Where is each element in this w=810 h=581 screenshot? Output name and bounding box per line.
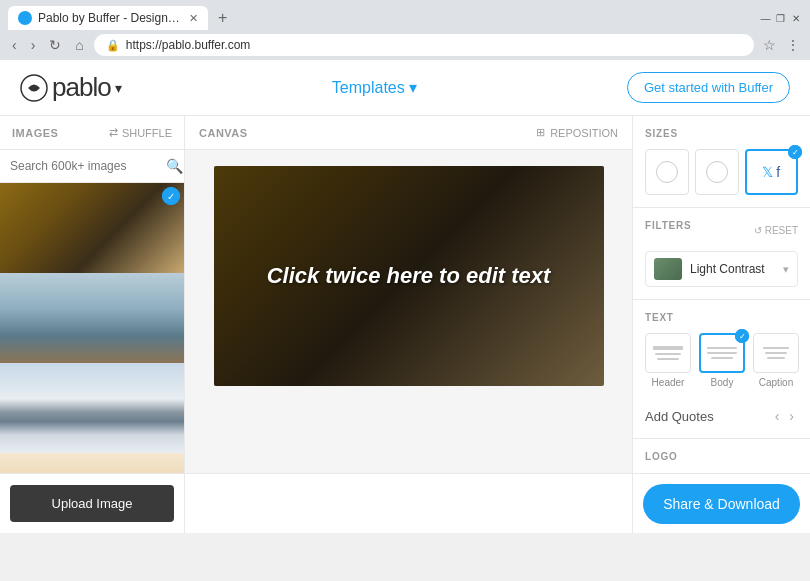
canvas-header: CANVAS ⊞ REPOSITION	[185, 116, 632, 150]
header-text-box[interactable]	[645, 333, 691, 373]
address-bar: ‹ › ↻ ⌂ 🔒 https://pablo.buffer.com ☆ ⋮	[0, 30, 810, 60]
bottom-center	[185, 474, 632, 533]
image-thumbnail	[0, 363, 184, 453]
forward-button[interactable]: ›	[27, 35, 40, 55]
logo-label: LOGO	[645, 451, 798, 462]
lock-icon: 🔒	[106, 39, 120, 52]
images-title: IMAGES	[12, 127, 58, 139]
restore-button[interactable]: ❐	[774, 12, 787, 25]
right-panel: SIZES 𝕏 f ✓	[632, 116, 810, 473]
image-item[interactable]: ✓	[0, 183, 184, 273]
facebook-icon: f	[776, 164, 780, 180]
templates-button[interactable]: Templates ▾	[332, 78, 417, 97]
text-section: TEXT Header	[633, 300, 810, 439]
text-label: TEXT	[645, 312, 798, 323]
canvas-edit-text[interactable]: Click twice here to edit text	[267, 263, 551, 289]
canvas-text-layer[interactable]: Click twice here to edit text	[214, 166, 604, 386]
browser-tab[interactable]: Pablo by Buffer - Design enga… ✕	[8, 6, 208, 30]
url-bar[interactable]: 🔒 https://pablo.buffer.com	[94, 34, 754, 56]
canvas-background: Click twice here to edit text	[214, 166, 604, 386]
images-panel: IMAGES ⇄ SHUFFLE 🔍 ✓	[0, 116, 185, 473]
body-text-box[interactable]: ✓	[699, 333, 745, 373]
wide-size-icons: 𝕏 f	[762, 164, 780, 180]
canvas-area[interactable]: Click twice here to edit text	[185, 150, 632, 473]
logo-arrow-icon: ▾	[115, 80, 122, 96]
close-button[interactable]: ✕	[789, 12, 802, 25]
search-input[interactable]	[10, 159, 160, 173]
tab-title: Pablo by Buffer - Design enga…	[38, 11, 183, 25]
image-thumbnail	[0, 273, 184, 363]
square-size-icon	[656, 161, 678, 183]
reset-icon: ↺	[754, 225, 762, 236]
body-line-3	[711, 357, 733, 359]
canvas-image[interactable]: Click twice here to edit text	[214, 166, 604, 386]
image-item[interactable]	[0, 453, 184, 473]
share-download-button[interactable]: Share & Download	[643, 484, 800, 524]
header-text-option[interactable]: Header	[645, 333, 691, 388]
back-button[interactable]: ‹	[8, 35, 21, 55]
upload-image-button[interactable]: Upload Image	[10, 485, 174, 522]
body-label: Body	[711, 377, 734, 388]
text-options: Header ✓ Body	[645, 333, 798, 388]
reset-button[interactable]: ↺ RESET	[754, 225, 798, 236]
canvas-label: CANVAS	[199, 127, 248, 139]
images-header: IMAGES ⇄ SHUFFLE	[0, 116, 184, 150]
image-item[interactable]	[0, 273, 184, 363]
body-active-check: ✓	[735, 329, 749, 343]
reposition-button[interactable]: ⊞ REPOSITION	[536, 126, 618, 139]
sizes-label: SIZES	[645, 128, 798, 139]
shuffle-button[interactable]: ⇄ SHUFFLE	[109, 126, 172, 139]
top-nav: pablo ▾ Templates ▾ Get started with Buf…	[0, 60, 810, 116]
body-line-2	[707, 352, 737, 354]
size-square-button[interactable]	[645, 149, 689, 195]
reposition-icon: ⊞	[536, 126, 545, 139]
logo[interactable]: pablo ▾	[20, 72, 122, 103]
minimize-button[interactable]: —	[759, 12, 772, 25]
header-label: Header	[652, 377, 685, 388]
size-wide-button[interactable]: 𝕏 f ✓	[745, 149, 798, 195]
nav-center: Templates ▾	[122, 78, 627, 97]
add-quotes: Add Quotes ‹ ›	[645, 398, 798, 426]
caption-text-option[interactable]: Caption	[753, 333, 799, 388]
filter-arrow-icon: ▾	[783, 263, 789, 276]
filter-dropdown[interactable]: Light Contrast ▾	[645, 251, 798, 287]
caption-line-3	[767, 357, 785, 359]
caption-text-box[interactable]	[753, 333, 799, 373]
caption-label: Caption	[759, 377, 793, 388]
body-text-option[interactable]: ✓ Body	[699, 333, 745, 388]
active-check-icon: ✓	[788, 145, 802, 159]
image-thumbnail	[0, 453, 184, 473]
caption-line-1	[763, 347, 789, 349]
header-line-1	[653, 346, 683, 350]
add-quotes-label[interactable]: Add Quotes	[645, 409, 714, 424]
search-bar: 🔍	[0, 150, 184, 183]
caption-line-2	[765, 352, 787, 354]
get-started-button[interactable]: Get started with Buffer	[627, 72, 790, 103]
tab-close-icon[interactable]: ✕	[189, 12, 198, 25]
new-tab-button[interactable]: +	[212, 9, 233, 27]
home-button[interactable]: ⌂	[71, 35, 87, 55]
main-content: IMAGES ⇄ SHUFFLE 🔍 ✓	[0, 116, 810, 473]
filters-header: FILTERS ↺ RESET	[645, 220, 798, 241]
bookmark-icon[interactable]: ☆	[760, 36, 778, 54]
window-controls: — ❐ ✕	[759, 12, 802, 25]
quotes-prev-button[interactable]: ‹	[771, 406, 784, 426]
reload-button[interactable]: ↻	[45, 35, 65, 55]
filters-label: FILTERS	[645, 220, 692, 231]
url-text: https://pablo.buffer.com	[126, 38, 742, 52]
image-thumbnail	[0, 183, 184, 273]
reset-label: RESET	[765, 225, 798, 236]
browser-settings-icon[interactable]: ⋮	[784, 36, 802, 54]
header-line-2	[655, 353, 681, 355]
shuffle-icon: ⇄	[109, 126, 118, 139]
image-item[interactable]	[0, 363, 184, 453]
bottom-left: Upload Image	[0, 474, 185, 533]
quotes-next-button[interactable]: ›	[785, 406, 798, 426]
filters-section: FILTERS ↺ RESET Light Contrast ▾	[633, 208, 810, 300]
logo-text: pablo	[52, 72, 111, 103]
canvas-panel: CANVAS ⊞ REPOSITION Click twice here to …	[185, 116, 632, 473]
logo-section: LOGO	[633, 439, 810, 473]
size-circle-button[interactable]	[695, 149, 739, 195]
images-grid: ✓	[0, 183, 184, 473]
logo-icon	[20, 74, 48, 102]
